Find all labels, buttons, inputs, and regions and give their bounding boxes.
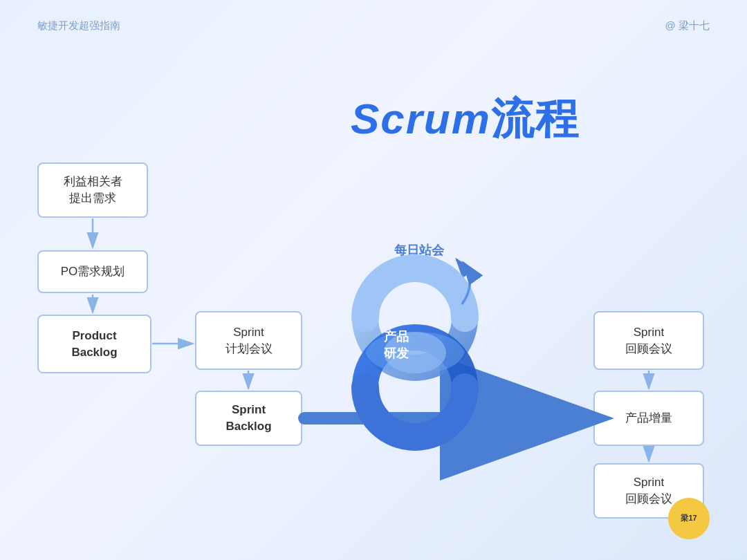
svg-point-10 — [365, 268, 465, 368]
daily-standup-label: 每日站会 — [394, 242, 444, 259]
product-dev-label: 产品研发 — [384, 328, 409, 362]
svg-point-11 — [365, 337, 465, 437]
title-scrum: Scrum — [351, 95, 491, 142]
header-right-label: @ 梁十七 — [665, 19, 710, 32]
header-left-label: 敏捷开发超强指南 — [37, 19, 120, 32]
title-chinese: 流程 — [491, 95, 580, 142]
sprint-planning-box: Sprint计划会议 — [195, 311, 302, 370]
stakeholder-box: 利益相关者提出需求 — [37, 162, 148, 218]
product-backlog-box: ProductBacklog — [37, 315, 151, 373]
page-title: Scrum流程 — [351, 90, 580, 148]
watermark: 梁17 — [668, 498, 710, 539]
sprint-review-box: Sprint回顾会议 — [593, 311, 704, 370]
sprint-backlog-box: SprintBacklog — [195, 391, 302, 446]
po-planning-box: PO需求规划 — [37, 250, 148, 293]
product-increment-box: 产品增量 — [593, 391, 704, 446]
